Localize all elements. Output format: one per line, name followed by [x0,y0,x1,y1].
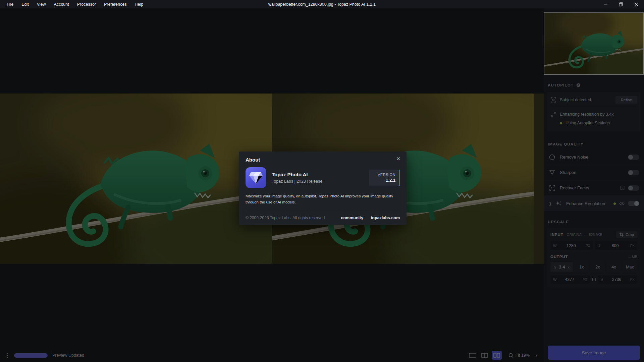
dialog-title: About [246,157,400,163]
version-label: VERSION [372,173,395,177]
menu-edit[interactable]: Edit [17,1,33,8]
community-link[interactable]: community [341,216,363,220]
window-controls [598,0,644,8]
restore-icon[interactable] [613,0,629,8]
dialog-app-subtitle: Topaz Labs | 2023 Release [272,179,322,184]
version-number: 1.2.1 [372,178,395,183]
topaz-logo [246,167,266,188]
menu-file[interactable]: File [3,1,17,8]
divider [246,211,400,211]
app-window: File Edit View Account Processor Prefere… [0,0,644,362]
menu-account[interactable]: Account [50,1,73,8]
dialog-description: Maximize your image quality, on autopilo… [246,193,396,205]
close-icon[interactable] [629,0,644,8]
menubar: File Edit View Account Processor Prefere… [0,1,147,8]
menu-processor[interactable]: Processor [73,1,100,8]
topazlabs-link[interactable]: topazlabs.com [371,216,400,220]
main-area: Preview Updated Fit 19 [0,8,644,362]
minimize-icon[interactable] [598,0,613,8]
menu-view[interactable]: View [33,1,50,8]
menu-preferences[interactable]: Preferences [100,1,130,8]
version-box: VERSION 1.2.1 [369,170,400,186]
dialog-close-icon[interactable]: ✕ [395,155,402,163]
copyright-text: © 2009-2023 Topaz Labs. All rights reser… [246,216,325,220]
menu-help[interactable]: Help [130,1,147,8]
titlebar: File Edit View Account Processor Prefere… [0,0,644,8]
dialog-app-name: Topaz Photo AI [272,172,322,177]
about-dialog: About ✕ Topaz Photo AI Topaz Labs | 2023 [239,152,407,225]
